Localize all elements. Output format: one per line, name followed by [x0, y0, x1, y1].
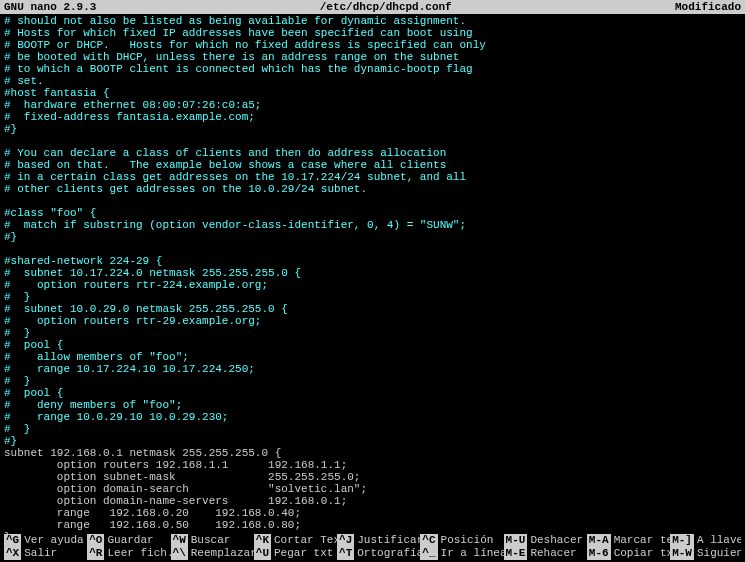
- shortcut-key: M-6: [587, 547, 611, 560]
- editor-line[interactable]: # in a certain class get addresses on th…: [4, 171, 741, 183]
- shortcut-justificar[interactable]: ^JJustificar: [337, 534, 420, 547]
- shortcut-key: ^C: [420, 534, 437, 547]
- status-modified: Modificado: [675, 0, 741, 14]
- editor-line[interactable]: [4, 195, 741, 207]
- editor-line[interactable]: [4, 243, 741, 255]
- editor-line[interactable]: #host fantasia {: [4, 87, 741, 99]
- shortcut-key: ^_: [420, 547, 437, 560]
- editor-line[interactable]: [4, 135, 741, 147]
- shortcut-deshacer[interactable]: M-UDeshacer: [504, 534, 587, 547]
- shortcut-key: M-E: [504, 547, 528, 560]
- shortcut-label: Ir a línea: [441, 547, 504, 560]
- shortcut-marcar-texto[interactable]: M-AMarcar texto: [587, 534, 670, 547]
- shortcut-bar: ^GVer ayuda^OGuardar^WBuscar^KCortar Tex…: [0, 534, 745, 560]
- editor-line[interactable]: range 192.168.0.20 192.168.0.40;: [4, 507, 741, 519]
- shortcut-key: ^W: [171, 534, 188, 547]
- shortcut-key: ^\: [171, 547, 188, 560]
- editor-line[interactable]: # subnet 10.17.224.0 netmask 255.255.255…: [4, 267, 741, 279]
- shortcut-key: ^R: [87, 547, 104, 560]
- editor-line[interactable]: # hardware ethernet 08:00:07:26:c0:a5;: [4, 99, 741, 111]
- editor-line[interactable]: # option routers rtr-224.example.org;: [4, 279, 741, 291]
- shortcut-key: ^G: [4, 534, 21, 547]
- file-path: /etc/dhcp/dhcpd.conf: [96, 0, 675, 14]
- editor-line[interactable]: # be booted with DHCP, unless there is a…: [4, 51, 741, 63]
- editor-line[interactable]: # fixed-address fantasia.example.com;: [4, 111, 741, 123]
- shortcut-key: M-A: [587, 534, 611, 547]
- editor-line[interactable]: # deny members of "foo";: [4, 399, 741, 411]
- shortcut-buscar[interactable]: ^WBuscar: [171, 534, 254, 547]
- shortcut-key: M-W: [670, 547, 694, 560]
- editor-line[interactable]: # option routers rtr-29.example.org;: [4, 315, 741, 327]
- shortcut-copiar-txt[interactable]: M-6Copiar txt: [587, 547, 670, 560]
- editor-line[interactable]: # pool {: [4, 387, 741, 399]
- shortcut-label: Salir: [24, 547, 57, 560]
- shortcut-label: Buscar: [191, 534, 231, 547]
- shortcut-siguiente[interactable]: M-WSiguiente: [670, 547, 741, 560]
- shortcut-salir[interactable]: ^XSalir: [4, 547, 87, 560]
- editor-line[interactable]: option subnet-mask 255.255.255.0;: [4, 471, 741, 483]
- editor-line[interactable]: #}: [4, 123, 741, 135]
- editor-line[interactable]: option routers 192.168.1.1 192.168.1.1;: [4, 459, 741, 471]
- editor-line[interactable]: # }: [4, 375, 741, 387]
- editor-line[interactable]: option domain-search "solvetic.lan";: [4, 483, 741, 495]
- shortcut-label: Deshacer: [530, 534, 583, 547]
- editor-line[interactable]: # You can declare a class of clients and…: [4, 147, 741, 159]
- editor-line[interactable]: subnet 192.168.0.1 netmask 255.255.255.0…: [4, 447, 741, 459]
- shortcut-rehacer[interactable]: M-ERehacer: [504, 547, 587, 560]
- shortcut-label: Justificar: [357, 534, 420, 547]
- editor-line[interactable]: # allow members of "foo";: [4, 351, 741, 363]
- shortcut-reemplazar[interactable]: ^\Reemplazar: [171, 547, 254, 560]
- editor-line[interactable]: # range 10.17.224.10 10.17.224.250;: [4, 363, 741, 375]
- shortcut-ver-ayuda[interactable]: ^GVer ayuda: [4, 534, 87, 547]
- editor-line[interactable]: #class "foo" {: [4, 207, 741, 219]
- shortcut-label: Pegar txt: [274, 547, 333, 560]
- shortcut-ir-a-l-nea[interactable]: ^_Ir a línea: [420, 547, 503, 560]
- editor-line[interactable]: option domain-name-servers 192.168.0.1;: [4, 495, 741, 507]
- editor-line[interactable]: #}: [4, 231, 741, 243]
- editor-line[interactable]: # based on that. The example below shows…: [4, 159, 741, 171]
- shortcut-key: ^O: [87, 534, 104, 547]
- shortcut-key: ^K: [254, 534, 271, 547]
- shortcut-posici-n[interactable]: ^CPosición: [420, 534, 503, 547]
- shortcut-key: M-U: [504, 534, 528, 547]
- editor-line[interactable]: # set.: [4, 75, 741, 87]
- shortcut-pegar-txt[interactable]: ^UPegar txt: [254, 547, 337, 560]
- editor-line[interactable]: # }: [4, 291, 741, 303]
- shortcut-label: Leer fich.: [107, 547, 170, 560]
- editor-line[interactable]: #}: [4, 435, 741, 447]
- editor-line[interactable]: # other clients get addresses on the 10.…: [4, 183, 741, 195]
- editor-line[interactable]: # should not also be listed as being ava…: [4, 15, 741, 27]
- shortcut-label: Cortar Texto: [274, 534, 337, 547]
- editor-line[interactable]: # BOOTP or DHCP. Hosts for which no fixe…: [4, 39, 741, 51]
- shortcut-key: ^X: [4, 547, 21, 560]
- shortcut-a-llave[interactable]: M-]A llave: [670, 534, 741, 547]
- shortcut-label: Guardar: [107, 534, 153, 547]
- shortcut-label: Ver ayuda: [24, 534, 83, 547]
- editor-content[interactable]: # should not also be listed as being ava…: [0, 14, 745, 543]
- editor-line[interactable]: # }: [4, 327, 741, 339]
- shortcut-label: Copiar txt: [614, 547, 670, 560]
- shortcut-guardar[interactable]: ^OGuardar: [87, 534, 170, 547]
- editor-line[interactable]: # pool {: [4, 339, 741, 351]
- shortcut-key: ^T: [337, 547, 354, 560]
- editor-line[interactable]: # Hosts for which fixed IP addresses hav…: [4, 27, 741, 39]
- shortcut-key: ^J: [337, 534, 354, 547]
- editor-line[interactable]: # range 10.0.29.10 10.0.29.230;: [4, 411, 741, 423]
- shortcut-ortograf-a[interactable]: ^TOrtografía: [337, 547, 420, 560]
- shortcut-label: Rehacer: [530, 547, 576, 560]
- shortcut-key: ^U: [254, 547, 271, 560]
- editor-line[interactable]: # }: [4, 423, 741, 435]
- shortcut-label: Marcar texto: [614, 534, 670, 547]
- shortcut-leer-fich-[interactable]: ^RLeer fich.: [87, 547, 170, 560]
- shortcut-label: Siguiente: [697, 547, 741, 560]
- editor-line[interactable]: #shared-network 224-29 {: [4, 255, 741, 267]
- editor-line[interactable]: range 192.168.0.50 192.168.0.80;: [4, 519, 741, 531]
- app-name: GNU nano 2.9.3: [4, 0, 96, 14]
- editor-line[interactable]: # match if substring (option vendor-clas…: [4, 219, 741, 231]
- shortcut-label: A llave: [697, 534, 741, 547]
- shortcut-cortar-texto[interactable]: ^KCortar Texto: [254, 534, 337, 547]
- editor-line[interactable]: # subnet 10.0.29.0 netmask 255.255.255.0…: [4, 303, 741, 315]
- shortcut-label: Posición: [441, 534, 494, 547]
- shortcut-key: M-]: [670, 534, 694, 547]
- editor-line[interactable]: # to which a BOOTP client is connected w…: [4, 63, 741, 75]
